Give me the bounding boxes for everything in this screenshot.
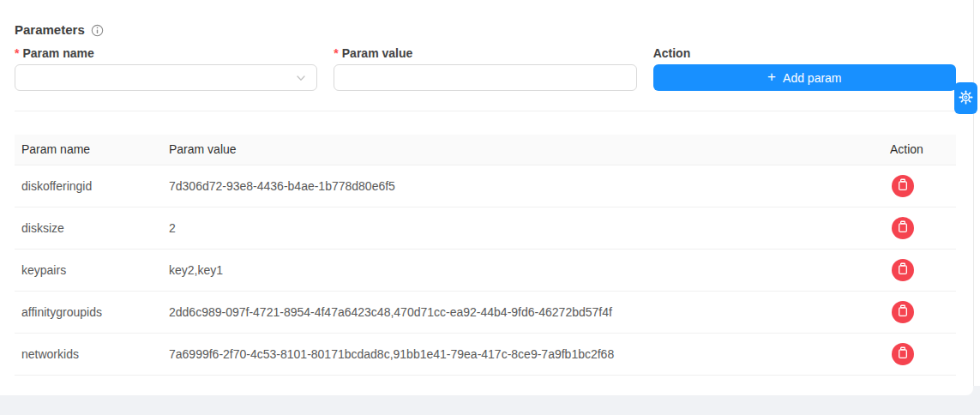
params-table: Param name Param value Action diskofferi… [15,135,956,376]
delete-param-button[interactable] [892,343,914,365]
param-form: * Param name * Param value [15,46,956,91]
param-name-cell: affinitygroupids [15,291,162,333]
required-mark: * [334,46,338,60]
delete-param-button[interactable] [892,301,914,323]
trash-icon [897,220,909,236]
param-value-label: * Param value [334,46,636,60]
param-value-cell: 7d306d72-93e8-4436-b4ae-1b778d80e6f5 [162,165,883,207]
table-row: affinitygroupids 2dd6c989-097f-4721-8954… [15,291,956,333]
param-name-cell: diskofferingid [15,165,162,207]
column-header-param-name: Param name [15,135,162,165]
action-label: Action [653,46,956,60]
section-header: Parameters [15,0,956,37]
param-value-field-group: * Param value [334,46,636,91]
delete-param-button[interactable] [892,259,914,281]
page-title: Parameters [15,22,85,37]
trash-icon [897,178,909,194]
info-circle-icon[interactable] [91,24,104,37]
table-row: networkids 7a6999f6-2f70-4c53-8101-80171… [15,333,956,375]
delete-param-button[interactable] [892,175,914,197]
param-name-select[interactable] [15,64,317,91]
add-param-button-label: Add param [783,71,841,85]
param-value-cell: 7a6999f6-2f70-4c53-8101-80171bcdad8c,91b… [162,333,883,375]
table-header-row: Param name Param value Action [15,135,956,165]
parameters-page: { "colors": { "primary": "#1890ff", "dan… [0,0,980,415]
action-cell [883,291,956,333]
param-value-input[interactable] [334,64,636,91]
plus-icon: + [767,69,776,84]
trash-icon [897,346,909,362]
param-value-cell: 2dd6c989-097f-4721-8954-4f47a6423c48,470… [162,291,883,333]
add-param-button[interactable]: + Add param [653,64,956,91]
gear-icon [959,90,973,107]
action-cell [883,207,956,249]
column-header-param-value: Param value [162,135,883,165]
trash-icon [897,262,909,278]
table-row: keypairs key2,key1 [15,249,956,291]
scrollbar-track[interactable] [973,0,980,386]
chevron-down-icon [296,73,306,83]
trash-icon [897,304,909,320]
form-divider [15,111,956,111]
param-name-field-group: * Param name [15,46,317,91]
param-name-label: * Param name [15,46,317,60]
param-name-cell: keypairs [15,249,162,291]
settings-drawer-handle[interactable] [954,82,977,114]
table-row: disksize 2 [15,207,956,249]
action-cell [883,333,956,375]
required-mark: * [15,46,19,60]
action-cell [883,249,956,291]
param-value-cell: key2,key1 [162,249,883,291]
column-header-action: Action [883,135,956,165]
table-row: diskofferingid 7d306d72-93e8-4436-b4ae-1… [15,165,956,207]
param-name-cell: disksize [15,207,162,249]
parameters-card: Parameters * Param name [0,0,973,395]
param-value-cell: 2 [162,207,883,249]
action-cell [883,165,956,207]
param-name-cell: networkids [15,333,162,375]
delete-param-button[interactable] [892,217,914,239]
action-field-group: Action + Add param [653,46,956,91]
